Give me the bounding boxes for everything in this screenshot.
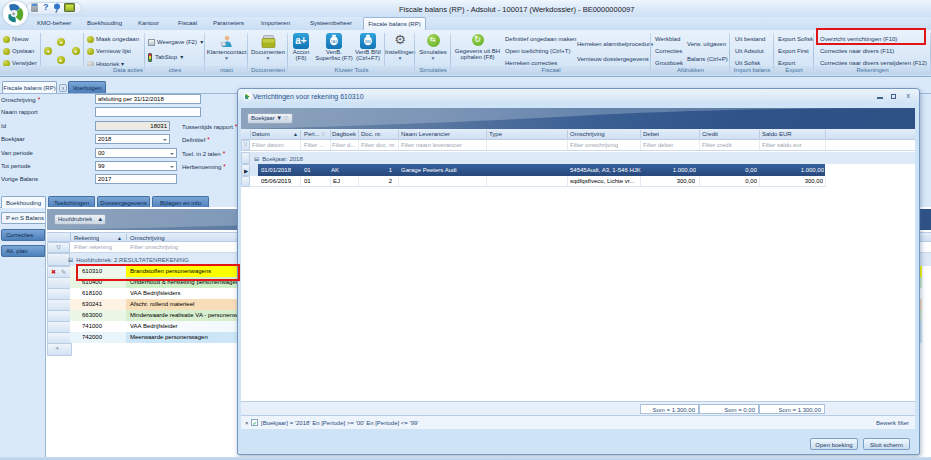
svg-text:TAX: TAX xyxy=(331,40,338,44)
svg-text:BNI: BNI xyxy=(365,40,371,44)
